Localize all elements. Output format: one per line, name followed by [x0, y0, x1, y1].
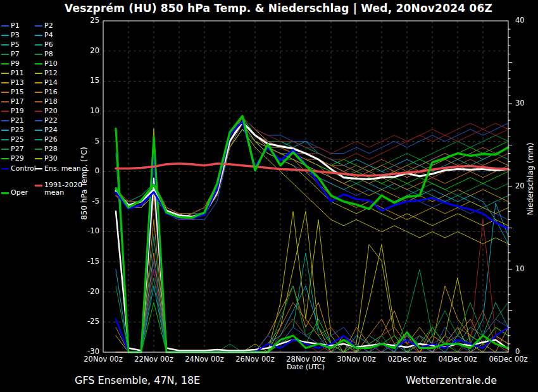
x-tick-label: 20Nov 00z	[78, 355, 128, 364]
x-tick-label: 02Dec 00z	[382, 355, 432, 364]
meteogram-page: Veszprém (HU) 850 hPa Temp. & Niederschl…	[0, 0, 538, 392]
precip-tick-label: 30	[515, 99, 534, 107]
series-P13-precip	[116, 219, 508, 352]
precip-tick-label: 10	[515, 265, 534, 273]
x-tick-label: 04Dec 00z	[432, 355, 483, 364]
watermark-text: Wetterzentrale.de	[339, 374, 497, 386]
series-P3-precip	[116, 203, 508, 352]
series-P19-precip	[116, 219, 508, 352]
temp-tick-label: 15	[75, 77, 99, 85]
temp-tick-label: -20	[75, 288, 99, 296]
x-tick-label: 24Nov 00z	[179, 355, 230, 364]
temp-tick-label: -15	[75, 257, 99, 266]
temp-tick-label: -25	[75, 317, 99, 326]
temp-tick-label: -10	[75, 227, 99, 235]
temp-tick-label: 5	[75, 137, 99, 145]
series-P11	[116, 130, 508, 244]
x-axis-title: Date (UTC)	[255, 363, 356, 371]
series-P17-precip	[116, 195, 508, 352]
precip-tick-label: 40	[515, 16, 534, 25]
series-P4	[116, 130, 508, 244]
temp-tick-label: 10	[75, 107, 99, 115]
precip-axis-title: Niederschlag (mm)	[526, 143, 535, 216]
temp-tick-label: 20	[75, 47, 99, 55]
temp-axis-title: 850 hPa Temp. (°C)	[80, 147, 89, 220]
x-tick-label: 06Dec 00z	[483, 355, 534, 364]
x-tick-label: 22Nov 00z	[128, 355, 179, 364]
model-info-text: GFS Ensemble, 47N, 18E	[75, 374, 200, 386]
series-Ens. mean	[116, 122, 508, 217]
temp-tick-label: 25	[75, 16, 99, 25]
